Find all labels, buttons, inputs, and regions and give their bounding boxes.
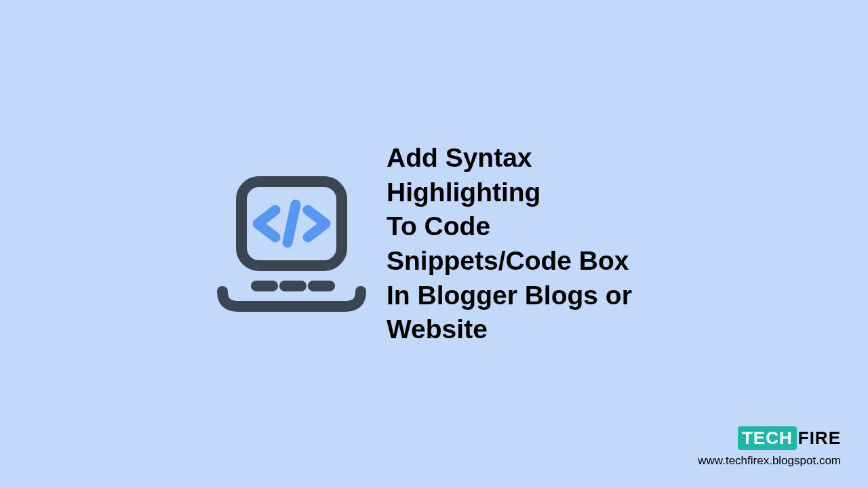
website-url: www.techfirex.blogspot.com xyxy=(698,454,841,468)
logo-part-fire: FIRE xyxy=(798,428,841,449)
heading-line-3: In Blogger Blogs or Website xyxy=(387,279,651,347)
logo-part-tech: TECH xyxy=(738,426,797,450)
logo: TECH FIRE xyxy=(738,426,841,450)
heading-line-2: To Code Snippets/Code Box xyxy=(387,209,651,278)
heading-line-1: Add Syntax Highlighting xyxy=(387,141,651,209)
main-content: Add Syntax Highlighting To Code Snippets… xyxy=(217,141,651,347)
main-heading: Add Syntax Highlighting To Code Snippets… xyxy=(387,141,651,347)
svg-line-4 xyxy=(288,205,296,243)
laptop-code-icon xyxy=(217,176,366,312)
branding-block: TECH FIRE www.techfirex.blogspot.com xyxy=(698,426,841,468)
